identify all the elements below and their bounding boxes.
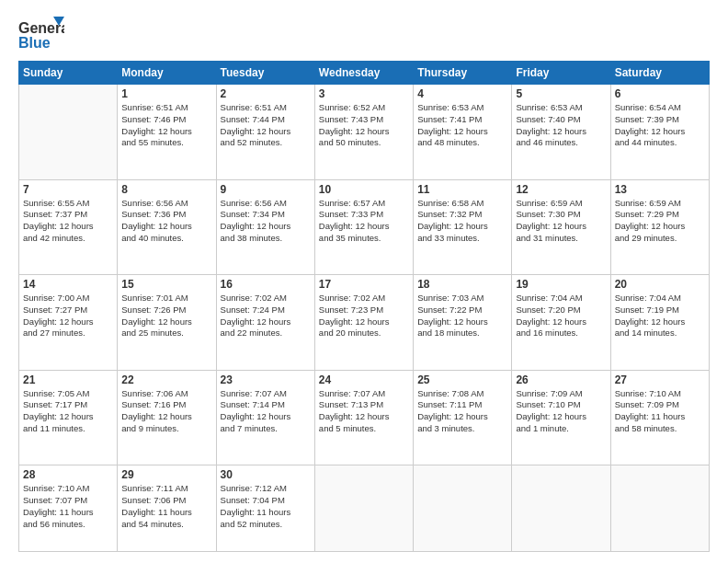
day-info: Sunrise: 7:03 AMSunset: 7:22 PMDaylight:… — [417, 293, 507, 339]
day-info: Sunrise: 7:11 AMSunset: 7:06 PMDaylight:… — [121, 483, 211, 530]
day-number: 20 — [615, 278, 705, 291]
day-number: 28 — [23, 468, 113, 481]
calendar-cell — [19, 85, 118, 180]
calendar-cell: 17Sunrise: 7:02 AMSunset: 7:23 PMDayligh… — [314, 275, 413, 371]
day-number: 16 — [221, 278, 311, 291]
day-number: 15 — [121, 278, 211, 291]
calendar-cell: 9Sunrise: 6:56 AMSunset: 7:34 PMDaylight… — [216, 179, 314, 275]
day-number: 17 — [319, 278, 409, 291]
calendar-cell: 3Sunrise: 6:52 AMSunset: 7:43 PMDaylight… — [314, 85, 413, 180]
day-number: 18 — [417, 278, 507, 291]
day-info: Sunrise: 6:55 AMSunset: 7:37 PMDaylight:… — [23, 198, 113, 245]
day-number: 23 — [221, 373, 311, 386]
day-number: 30 — [221, 468, 311, 481]
day-info: Sunrise: 7:00 AMSunset: 7:27 PMDaylight:… — [23, 293, 113, 339]
calendar-cell: 10Sunrise: 6:57 AMSunset: 7:33 PMDayligh… — [314, 179, 413, 275]
calendar-cell: 6Sunrise: 6:54 AMSunset: 7:39 PMDaylight… — [610, 85, 709, 180]
day-number: 10 — [319, 183, 409, 196]
day-info: Sunrise: 6:57 AMSunset: 7:33 PMDaylight:… — [319, 198, 409, 245]
day-number: 9 — [221, 183, 311, 196]
day-number: 26 — [516, 373, 606, 386]
day-info: Sunrise: 7:07 AMSunset: 7:13 PMDaylight:… — [319, 388, 409, 435]
logo-icon: GeneralBlue — [18, 17, 64, 52]
day-number: 27 — [615, 373, 705, 386]
page-header: GeneralBlue — [18, 17, 710, 52]
day-info: Sunrise: 7:04 AMSunset: 7:19 PMDaylight:… — [615, 293, 705, 339]
calendar-cell: 30Sunrise: 7:12 AMSunset: 7:04 PMDayligh… — [216, 465, 314, 552]
day-number: 14 — [23, 278, 113, 291]
weekday-header-thursday: Thursday — [414, 62, 512, 85]
calendar-cell: 7Sunrise: 6:55 AMSunset: 7:37 PMDaylight… — [19, 179, 118, 275]
calendar-cell: 29Sunrise: 7:11 AMSunset: 7:06 PMDayligh… — [118, 465, 216, 552]
day-number: 2 — [221, 87, 311, 100]
calendar-cell — [610, 465, 709, 552]
day-info: Sunrise: 7:08 AMSunset: 7:11 PMDaylight:… — [417, 388, 507, 435]
day-number: 3 — [319, 87, 409, 100]
calendar-cell: 18Sunrise: 7:03 AMSunset: 7:22 PMDayligh… — [414, 275, 512, 371]
calendar-cell: 2Sunrise: 6:51 AMSunset: 7:44 PMDaylight… — [216, 85, 314, 180]
day-info: Sunrise: 7:07 AMSunset: 7:14 PMDaylight:… — [221, 388, 311, 435]
day-info: Sunrise: 6:54 AMSunset: 7:39 PMDaylight:… — [615, 102, 705, 149]
logo: GeneralBlue — [18, 17, 64, 52]
day-number: 13 — [615, 183, 705, 196]
day-number: 6 — [615, 87, 705, 100]
calendar-cell — [512, 465, 610, 552]
day-info: Sunrise: 7:06 AMSunset: 7:16 PMDaylight:… — [121, 388, 211, 435]
day-number: 1 — [121, 87, 211, 100]
calendar-cell: 8Sunrise: 6:56 AMSunset: 7:36 PMDaylight… — [118, 179, 216, 275]
day-info: Sunrise: 7:05 AMSunset: 7:17 PMDaylight:… — [23, 388, 113, 435]
day-number: 4 — [417, 87, 507, 100]
day-number: 7 — [23, 183, 113, 196]
calendar-cell: 20Sunrise: 7:04 AMSunset: 7:19 PMDayligh… — [610, 275, 709, 371]
day-info: Sunrise: 7:10 AMSunset: 7:07 PMDaylight:… — [23, 483, 113, 530]
day-info: Sunrise: 7:01 AMSunset: 7:26 PMDaylight:… — [121, 293, 211, 339]
day-info: Sunrise: 6:53 AMSunset: 7:41 PMDaylight:… — [417, 102, 507, 149]
calendar-cell: 27Sunrise: 7:10 AMSunset: 7:09 PMDayligh… — [610, 370, 709, 465]
calendar-cell: 25Sunrise: 7:08 AMSunset: 7:11 PMDayligh… — [414, 370, 512, 465]
weekday-header-tuesday: Tuesday — [216, 62, 314, 85]
day-info: Sunrise: 7:12 AMSunset: 7:04 PMDaylight:… — [221, 483, 311, 530]
weekday-header-friday: Friday — [512, 62, 610, 85]
day-info: Sunrise: 6:59 AMSunset: 7:30 PMDaylight:… — [516, 198, 606, 245]
day-info: Sunrise: 6:58 AMSunset: 7:32 PMDaylight:… — [417, 198, 507, 245]
day-number: 22 — [121, 373, 211, 386]
calendar-week-1: 1Sunrise: 6:51 AMSunset: 7:46 PMDaylight… — [19, 85, 710, 180]
calendar-cell: 1Sunrise: 6:51 AMSunset: 7:46 PMDaylight… — [118, 85, 216, 180]
calendar-cell — [314, 465, 413, 552]
weekday-header-row: SundayMondayTuesdayWednesdayThursdayFrid… — [19, 62, 710, 85]
weekday-header-monday: Monday — [118, 62, 216, 85]
day-number: 11 — [417, 183, 507, 196]
day-number: 21 — [23, 373, 113, 386]
day-info: Sunrise: 7:10 AMSunset: 7:09 PMDaylight:… — [615, 388, 705, 435]
calendar-cell: 5Sunrise: 6:53 AMSunset: 7:40 PMDaylight… — [512, 85, 610, 180]
day-info: Sunrise: 7:09 AMSunset: 7:10 PMDaylight:… — [516, 388, 606, 435]
day-number: 5 — [516, 87, 606, 100]
day-number: 19 — [516, 278, 606, 291]
day-info: Sunrise: 6:56 AMSunset: 7:34 PMDaylight:… — [221, 198, 311, 245]
calendar-week-5: 28Sunrise: 7:10 AMSunset: 7:07 PMDayligh… — [19, 465, 710, 552]
calendar-cell: 24Sunrise: 7:07 AMSunset: 7:13 PMDayligh… — [314, 370, 413, 465]
day-info: Sunrise: 6:51 AMSunset: 7:46 PMDaylight:… — [121, 102, 211, 149]
day-number: 12 — [516, 183, 606, 196]
calendar-cell: 12Sunrise: 6:59 AMSunset: 7:30 PMDayligh… — [512, 179, 610, 275]
weekday-header-sunday: Sunday — [19, 62, 118, 85]
day-info: Sunrise: 6:56 AMSunset: 7:36 PMDaylight:… — [121, 198, 211, 245]
calendar-week-3: 14Sunrise: 7:00 AMSunset: 7:27 PMDayligh… — [19, 275, 710, 371]
day-info: Sunrise: 6:53 AMSunset: 7:40 PMDaylight:… — [516, 102, 606, 149]
day-info: Sunrise: 7:02 AMSunset: 7:24 PMDaylight:… — [221, 293, 311, 339]
day-number: 25 — [417, 373, 507, 386]
day-number: 8 — [121, 183, 211, 196]
calendar-cell: 11Sunrise: 6:58 AMSunset: 7:32 PMDayligh… — [414, 179, 512, 275]
calendar-cell: 23Sunrise: 7:07 AMSunset: 7:14 PMDayligh… — [216, 370, 314, 465]
calendar-cell: 4Sunrise: 6:53 AMSunset: 7:41 PMDaylight… — [414, 85, 512, 180]
calendar-cell: 22Sunrise: 7:06 AMSunset: 7:16 PMDayligh… — [118, 370, 216, 465]
calendar-cell: 21Sunrise: 7:05 AMSunset: 7:17 PMDayligh… — [19, 370, 118, 465]
calendar-cell: 15Sunrise: 7:01 AMSunset: 7:26 PMDayligh… — [118, 275, 216, 371]
calendar-cell: 16Sunrise: 7:02 AMSunset: 7:24 PMDayligh… — [216, 275, 314, 371]
day-info: Sunrise: 6:51 AMSunset: 7:44 PMDaylight:… — [221, 102, 311, 149]
calendar-cell: 26Sunrise: 7:09 AMSunset: 7:10 PMDayligh… — [512, 370, 610, 465]
day-info: Sunrise: 7:04 AMSunset: 7:20 PMDaylight:… — [516, 293, 606, 339]
day-info: Sunrise: 7:02 AMSunset: 7:23 PMDaylight:… — [319, 293, 409, 339]
weekday-header-saturday: Saturday — [610, 62, 709, 85]
day-info: Sunrise: 6:59 AMSunset: 7:29 PMDaylight:… — [615, 198, 705, 245]
